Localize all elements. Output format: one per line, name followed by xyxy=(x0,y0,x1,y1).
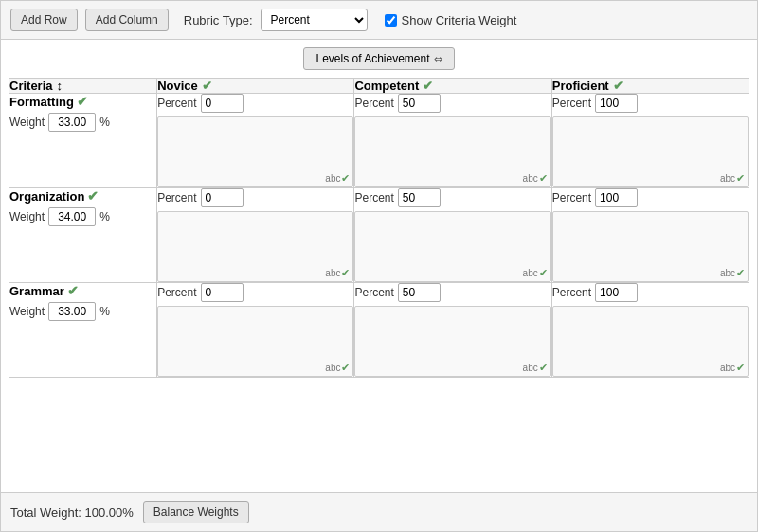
table-row: Organization ✔ Weight % Percent xyxy=(9,188,749,283)
levels-of-achievement-button[interactable]: Levels of Achievement ⇔ xyxy=(303,47,454,70)
formatting-novice-textarea-container: abc✔ xyxy=(157,116,353,187)
formatting-weight-row: Weight % xyxy=(9,113,156,132)
grammar-proficient-percent-row: Percent xyxy=(552,283,749,302)
add-row-button[interactable]: Add Row xyxy=(10,9,78,31)
add-column-button[interactable]: Add Column xyxy=(85,9,169,31)
grammar-proficient-textarea-container: abc✔ xyxy=(552,306,749,377)
formatting-criteria-name: Formatting ✔ xyxy=(9,94,156,109)
formatting-competent-percent-input[interactable] xyxy=(398,94,441,113)
toolbar: Add Row Add Column Rubric Type: Percent … xyxy=(1,1,757,40)
organization-proficient-cell: Percent abc✔ xyxy=(551,188,749,283)
content-area: Levels of Achievement ⇔ Criteria ↕ Novi xyxy=(1,40,757,492)
show-criteria-weight-label[interactable]: Show Criteria Weight xyxy=(385,13,517,27)
grammar-proficient-percent-label: Percent xyxy=(552,286,591,299)
novice-check-icon: ✔ xyxy=(202,79,212,93)
organization-percent-symbol: % xyxy=(99,210,110,223)
organization-proficient-textarea-container: abc✔ xyxy=(552,211,749,282)
proficient-check-icon: ✔ xyxy=(613,79,623,93)
novice-header-label: Novice xyxy=(157,79,198,93)
grammar-competent-textarea[interactable] xyxy=(354,306,550,377)
organization-weight-input[interactable] xyxy=(48,207,96,226)
organization-competent-textarea-container: abc✔ xyxy=(354,211,550,282)
organization-novice-textarea-container: abc✔ xyxy=(157,211,353,282)
organization-competent-percent-label: Percent xyxy=(354,191,393,204)
formatting-competent-textarea-container: abc✔ xyxy=(354,116,550,187)
grammar-percent-symbol: % xyxy=(99,305,110,318)
levels-header-label: Levels of Achievement xyxy=(316,52,429,65)
formatting-proficient-textarea-container: abc✔ xyxy=(552,116,749,187)
criteria-column-header: Criteria ↕ xyxy=(9,79,157,94)
proficient-header-label: Proficient xyxy=(552,79,609,93)
proficient-column-header: Proficient ✔ xyxy=(551,79,749,94)
sort-icon: ⇔ xyxy=(434,53,442,65)
grammar-novice-percent-input[interactable] xyxy=(201,283,244,302)
criteria-sort-icon: ↕ xyxy=(57,79,63,93)
show-criteria-weight-text: Show Criteria Weight xyxy=(402,13,517,27)
grammar-competent-textarea-container: abc✔ xyxy=(354,306,550,377)
grammar-competent-percent-label: Percent xyxy=(354,286,393,299)
formatting-proficient-percent-row: Percent xyxy=(552,94,749,113)
formatting-novice-percent-input[interactable] xyxy=(201,94,244,113)
grammar-competent-percent-row: Percent xyxy=(354,283,550,302)
organization-criteria-cell: Organization ✔ Weight % xyxy=(9,188,157,283)
grammar-weight-input[interactable] xyxy=(48,302,96,321)
novice-column-header: Novice ✔ xyxy=(157,79,354,94)
grammar-criteria-cell: Grammar ✔ Weight % xyxy=(9,283,157,378)
grammar-proficient-percent-input[interactable] xyxy=(595,283,638,302)
grammar-novice-percent-row: Percent xyxy=(157,283,353,302)
grammar-criteria-name: Grammar ✔ xyxy=(9,283,156,298)
grammar-novice-textarea-container: abc✔ xyxy=(157,306,353,377)
grammar-competent-percent-input[interactable] xyxy=(398,283,441,302)
formatting-competent-cell: Percent abc✔ xyxy=(354,94,551,188)
formatting-competent-textarea[interactable] xyxy=(354,116,550,187)
formatting-novice-percent-label: Percent xyxy=(157,97,196,110)
grammar-weight-label: Weight xyxy=(9,305,45,318)
grammar-proficient-cell: Percent abc✔ xyxy=(551,283,749,378)
grammar-novice-cell: Percent abc✔ xyxy=(157,283,354,378)
organization-proficient-percent-row: Percent xyxy=(552,188,749,207)
rubric-type-select[interactable]: Percent Points Custom Points xyxy=(261,9,368,31)
formatting-novice-percent-row: Percent xyxy=(157,94,353,113)
organization-competent-textarea[interactable] xyxy=(354,211,550,282)
organization-competent-cell: Percent abc✔ xyxy=(354,188,551,283)
organization-competent-percent-input[interactable] xyxy=(398,188,441,207)
rubric-grid: Criteria ↕ Novice ✔ Competent ✔ xyxy=(9,78,749,378)
organization-novice-textarea[interactable] xyxy=(157,211,353,282)
grammar-competent-cell: Percent abc✔ xyxy=(354,283,551,378)
formatting-weight-input[interactable] xyxy=(48,113,96,132)
rubric-type-label: Rubric Type: xyxy=(184,13,253,27)
organization-proficient-percent-input[interactable] xyxy=(595,188,638,207)
rubric-editor: Add Row Add Column Rubric Type: Percent … xyxy=(0,0,758,532)
criteria-header-label: Criteria xyxy=(9,79,53,93)
organization-criteria-name: Organization ✔ xyxy=(9,188,156,204)
show-criteria-weight-checkbox[interactable] xyxy=(385,14,397,27)
table-row: Grammar ✔ Weight % Percent xyxy=(9,283,749,378)
balance-weights-button[interactable]: Balance Weights xyxy=(143,501,249,523)
organization-proficient-percent-label: Percent xyxy=(552,191,591,204)
grammar-weight-row: Weight % xyxy=(9,302,156,321)
footer: Total Weight: 100.00% Balance Weights xyxy=(1,492,757,531)
organization-novice-percent-row: Percent xyxy=(157,188,353,207)
organization-novice-percent-input[interactable] xyxy=(201,188,244,207)
formatting-proficient-percent-input[interactable] xyxy=(595,94,638,113)
formatting-proficient-cell: Percent abc✔ xyxy=(551,94,749,188)
organization-proficient-textarea[interactable] xyxy=(552,211,749,282)
organization-weight-label: Weight xyxy=(9,210,45,223)
formatting-weight-label: Weight xyxy=(9,115,45,129)
grammar-novice-textarea[interactable] xyxy=(157,306,353,377)
organization-competent-percent-row: Percent xyxy=(354,188,550,207)
grammar-novice-percent-label: Percent xyxy=(157,286,196,299)
organization-weight-row: Weight % xyxy=(9,207,156,226)
grammar-proficient-textarea[interactable] xyxy=(552,306,749,377)
formatting-criteria-cell: Formatting ✔ Weight % xyxy=(9,94,157,188)
formatting-novice-textarea[interactable] xyxy=(157,116,353,187)
formatting-competent-percent-label: Percent xyxy=(354,97,393,110)
competent-header-label: Competent xyxy=(354,79,419,93)
total-weight-label: Total Weight: 100.00% xyxy=(10,505,134,520)
formatting-check-icon: ✔ xyxy=(77,94,88,109)
formatting-percent-symbol: % xyxy=(99,115,110,129)
organization-novice-cell: Percent abc✔ xyxy=(157,188,354,283)
formatting-novice-cell: Percent abc✔ xyxy=(157,94,354,188)
formatting-proficient-textarea[interactable] xyxy=(552,116,749,187)
competent-check-icon: ✔ xyxy=(423,79,433,93)
